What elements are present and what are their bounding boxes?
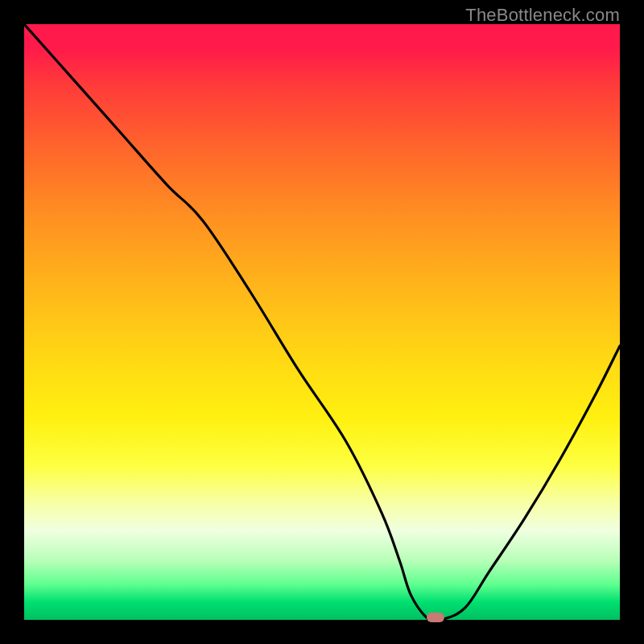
chart-frame: TheBottleneck.com [0, 0, 644, 644]
plot-area [24, 24, 620, 620]
optimal-marker [427, 613, 444, 622]
curve-path [24, 24, 620, 620]
watermark-label: TheBottleneck.com [465, 5, 620, 26]
bottleneck-curve [24, 24, 620, 620]
